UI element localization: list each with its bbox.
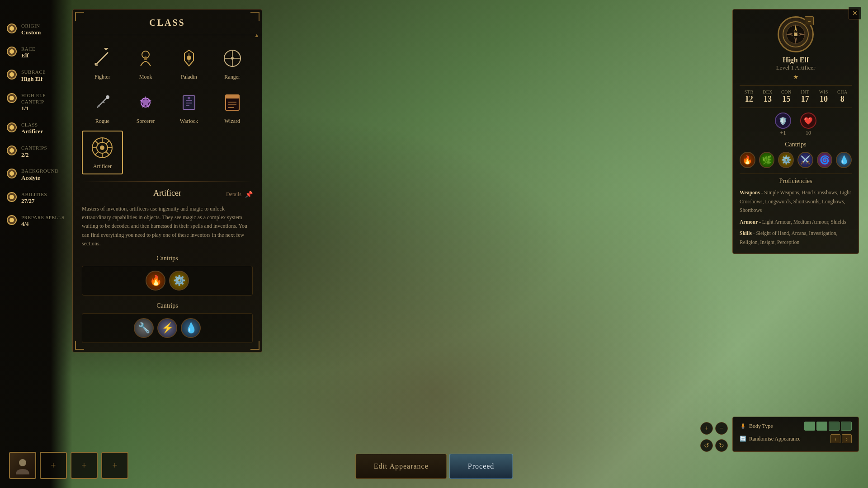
rotate-right-button[interactable]: ↻ [715,439,728,452]
class-panel-header: Class [73,9,262,35]
right-cantrip-2[interactable]: 🌿 [759,152,775,168]
body-type-btn-1[interactable] [804,422,815,431]
sidebar-item-origin[interactable]: Origin Custom [7,23,66,37]
stat-str: STR 12 [740,89,758,104]
armour-label: Armour [740,219,758,225]
class-text: Class Artificer [21,122,43,136]
stat-int: INT 17 [796,89,814,104]
rogue-icon [90,90,115,115]
right-cantrip-6[interactable]: 💧 [836,152,852,168]
artificer-icon [90,135,115,160]
body-type-person-icon: 🧍 [740,423,746,430]
warlock-icon [176,90,202,115]
sidebar-item-abilities[interactable]: Abilities 27/27 [7,191,66,205]
class-item-wizard[interactable]: Wizard [212,86,253,128]
paladin-label: Paladin [181,74,197,80]
cantrip-fire-icon[interactable]: 🔥 [146,271,165,291]
zoom-in-button[interactable]: + [700,422,713,435]
fighter-icon [90,46,115,71]
heart-item: ❤️ 10 [800,113,816,136]
paladin-icon [176,46,202,71]
bookmark-icon[interactable]: 📌 [245,191,253,198]
svg-point-5 [144,56,147,60]
ranger-label: Ranger [224,74,240,80]
skills-proficiency: Skills - Sleight of Hand, Arcana, Invest… [740,229,852,247]
sidebar-item-background[interactable]: Background Acolyte [7,168,66,182]
cantrip-tools-icon[interactable]: 🔧 [134,318,154,338]
close-button[interactable]: ✕ [849,7,861,19]
zoom-controls: + − ↺ ↻ [700,422,728,452]
cantrip-text: High Elf Cantrip 1/1 [21,92,66,113]
monk-icon [133,46,158,71]
character-race: High Elf [740,56,852,64]
sidebar-item-class[interactable]: Class Artificer [7,122,66,136]
details-link[interactable]: Details [226,191,241,198]
body-type-row: 🧍 Body Type [740,422,852,431]
subrace-check [7,70,17,80]
body-type-btn-2[interactable] [816,422,827,431]
portrait-bar: + + + [9,452,128,479]
class-item-rogue[interactable]: Rogue [82,86,123,128]
proficiencies-title: Proficiencies [740,174,852,185]
add-character-button-2[interactable]: + [71,452,98,479]
race-check [7,47,17,56]
svg-rect-24 [226,95,239,99]
stat-dex: DEX 13 [758,89,777,104]
stats-row: STR 12 DEX 13 CON 15 INT 17 WIS 10 CHA 8 [740,85,852,108]
rotate-left-button[interactable]: ↺ [700,439,713,452]
randomise-icon: 🔄 [740,436,746,442]
svg-line-38 [95,152,98,155]
class-item-artificer[interactable]: Artificer [82,131,123,174]
add-character-button-3[interactable]: + [101,452,128,479]
class-item-sorcerer[interactable]: Sorcerer [125,86,166,128]
randomise-nav-arrows: ‹ › [830,434,852,443]
randomise-next-button[interactable]: › [842,434,852,443]
right-cantrip-5[interactable]: 🌀 [817,152,833,168]
class-item-ranger[interactable]: Ranger [212,42,253,84]
class-item-fighter[interactable]: Fighter [82,42,123,84]
class-item-warlock[interactable]: Warlock [169,86,210,128]
edit-appearance-button[interactable]: Edit Appearance [355,454,447,479]
randomise-prev-button[interactable]: ‹ [830,434,840,443]
cantrip-blue-icon[interactable]: 💧 [181,318,201,338]
character-class: Level 1 Artificer [740,64,852,71]
svg-line-14 [98,105,99,107]
character-portrait[interactable] [9,452,36,479]
hp-item: 🛡️ +1 [775,113,791,136]
right-cantrip-4[interactable]: ⚔️ [797,152,813,168]
sidebar-item-spells[interactable]: Prepare Spells 4/4 [7,214,66,228]
corner-decoration-br [250,341,259,350]
abilities-text: Abilities 27/27 [21,191,47,205]
race-text: Race Elf [21,46,35,60]
svg-point-47 [19,459,26,466]
cantrip-gold-icon[interactable]: ⚙️ [169,271,189,291]
body-type-btn-4[interactable] [841,422,852,431]
sidebar-item-cantrip[interactable]: High Elf Cantrip 1/1 [7,92,66,113]
class-item-paladin[interactable]: Paladin [169,42,210,84]
heart-icon: ❤️ [800,113,816,129]
svg-point-15 [106,95,109,99]
svg-line-16 [103,102,104,103]
scroll-up-indicator: ▲ [254,32,259,39]
sidebar-item-cantrips[interactable]: Cantrips 2/2 [7,145,66,159]
body-type-label-container: 🧍 Body Type [740,423,773,430]
sidebar-item-race[interactable]: Race Elf [7,46,66,60]
class-panel: Class ▲ Fighter [72,9,262,352]
zoom-out-button[interactable]: − [715,422,728,435]
right-cantrip-3[interactable]: ⚙️ [778,152,794,168]
svg-point-30 [100,145,104,150]
minimize-button[interactable]: – [805,16,814,25]
class-item-monk[interactable]: Monk [125,42,166,84]
cantrip-lightning-icon[interactable]: ⚡ [157,318,177,338]
stat-wis: WIS 10 [814,89,833,104]
sidebar-item-subrace[interactable]: Subrace High Elf [7,69,66,83]
cantrip-check [7,93,17,103]
add-character-button-1[interactable]: + [40,452,67,479]
body-type-btn-3[interactable] [829,422,840,431]
randomise-label: Randomise Appearance [749,436,801,442]
proceed-button[interactable]: Proceed [449,454,513,479]
cantrips-section-title-2: Cantrips [82,302,253,310]
right-cantrip-1[interactable]: 🔥 [740,152,755,168]
body-type-label: Body Type [749,423,773,430]
class-grid: Fighter Monk Paladin [73,35,262,181]
